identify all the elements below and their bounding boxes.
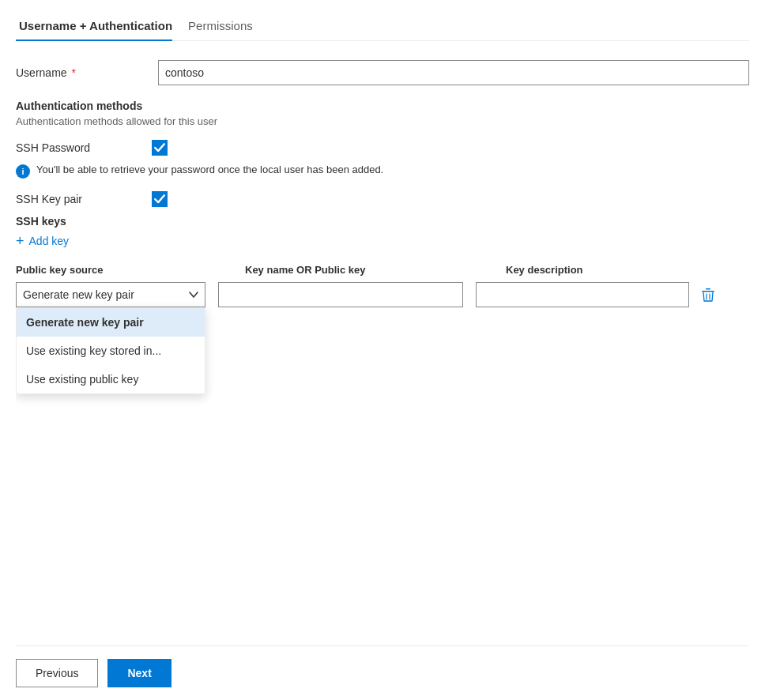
chevron-down-icon	[189, 292, 198, 298]
ssh-keypair-label: SSH Key pair	[16, 193, 142, 205]
previous-button[interactable]: Previous	[16, 659, 98, 687]
key-description-input[interactable]	[476, 282, 689, 307]
table-headers: Public key source Key name OR Public key…	[16, 264, 749, 276]
th-source: Public key source	[16, 264, 245, 276]
tabs: Username + Authentication Permissions	[16, 13, 749, 41]
delete-key-button[interactable]	[699, 285, 718, 304]
key-name-input[interactable]	[218, 282, 463, 307]
table-data-row: Generate new key pair Generate new key p…	[16, 282, 749, 307]
auth-methods-sub: Authentication methods allowed for this …	[16, 115, 749, 127]
add-key-label: Add key	[29, 235, 70, 247]
tab-permissions-label: Permissions	[188, 19, 253, 32]
public-key-source-dropdown[interactable]: Generate new key pair Generate new key p…	[16, 282, 205, 307]
svg-rect-1	[706, 288, 710, 290]
ssh-keypair-checkbox[interactable]	[152, 191, 168, 207]
info-icon: i	[16, 164, 30, 179]
dropdown-option-generate[interactable]: Generate new key pair	[17, 308, 205, 337]
next-button[interactable]: Next	[107, 659, 171, 687]
tab-username-auth[interactable]: Username + Authentication	[16, 13, 185, 40]
tab-username-auth-label: Username + Authentication	[19, 19, 172, 32]
info-row: i You'll be able to retrieve your passwo…	[16, 164, 749, 179]
form-section: Username * Authentication methods Authen…	[16, 60, 749, 645]
auth-methods-heading: Authentication methods	[16, 100, 749, 112]
dropdown-menu: Generate new key pair Use existing key s…	[16, 307, 205, 394]
required-star: *	[69, 66, 76, 79]
username-label: Username *	[16, 66, 158, 79]
ssh-password-row: SSH Password	[16, 140, 749, 156]
ssh-keypair-row: SSH Key pair	[16, 191, 749, 207]
tab-permissions[interactable]: Permissions	[185, 13, 266, 40]
ssh-keys-heading: SSH keys	[16, 215, 749, 228]
ssh-password-checkbox[interactable]	[152, 140, 168, 156]
th-desc: Key description	[506, 264, 719, 276]
dropdown-trigger[interactable]: Generate new key pair	[16, 282, 205, 307]
add-key-row[interactable]: + Add key	[16, 234, 749, 248]
dropdown-option-existing-public[interactable]: Use existing public key	[17, 365, 205, 393]
svg-rect-0	[702, 291, 714, 292]
th-key: Key name OR Public key	[245, 264, 506, 276]
footer: Previous Next	[16, 645, 749, 700]
dropdown-selected-label: Generate new key pair	[23, 288, 134, 301]
username-input[interactable]	[158, 60, 749, 85]
add-key-plus-icon: +	[16, 234, 24, 248]
info-text: You'll be able to retrieve your password…	[36, 164, 383, 175]
ssh-password-label: SSH Password	[16, 141, 142, 154]
username-field-row: Username *	[16, 60, 749, 85]
dropdown-option-existing-stored[interactable]: Use existing key stored in...	[17, 337, 205, 365]
